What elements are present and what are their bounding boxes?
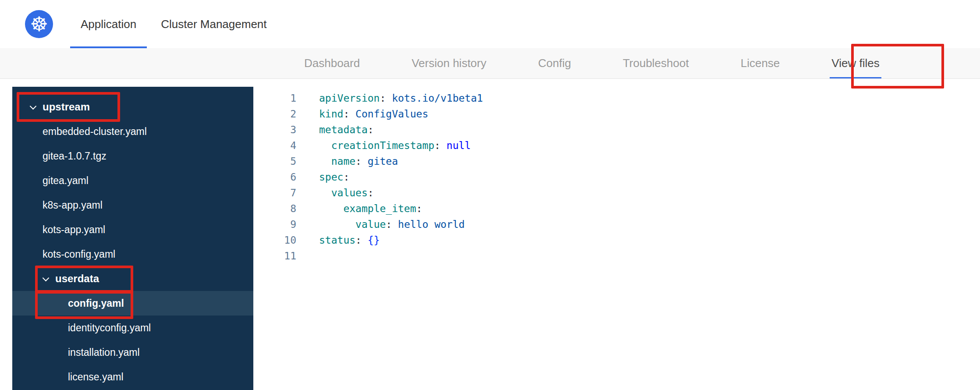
tab-view-files[interactable]: View files [830,48,881,78]
tab-cluster-management[interactable]: Cluster Management [150,0,277,48]
file-k8s-app-yaml[interactable]: k8s-app.yaml [12,193,253,217]
tab-config[interactable]: Config [536,48,573,78]
code-line: status: {} [319,232,483,248]
file-label: k8s-app.yaml [43,199,103,211]
file-label: identityconfig.yaml [68,322,151,334]
line-number: 6 [263,169,296,185]
code-line: creationTimestamp: null [319,138,483,153]
file-config-yaml[interactable]: config.yaml [12,291,253,316]
tab-application[interactable]: Application [70,0,147,48]
line-number: 8 [263,201,296,216]
tab-troubleshoot[interactable]: Troubleshoot [621,48,691,78]
code-line: apiVersion: kots.io/v1beta1 [319,90,483,106]
file-label: kots-app.yaml [43,224,105,236]
file-identityconfig-yaml[interactable]: identityconfig.yaml [12,316,253,340]
file-label: license.yaml [68,371,124,383]
code-line [319,248,483,264]
file-label: gitea.yaml [43,175,89,187]
folder-label: upstream [43,101,90,113]
kubernetes-logo-icon[interactable]: ☸ [25,10,53,38]
file-tree-panel: upstream embedded-cluster.yaml gitea-1.0… [12,87,253,390]
tab-dashboard[interactable]: Dashboard [302,48,362,78]
chevron-down-icon [43,276,49,282]
file-kots-config-yaml[interactable]: kots-config.yaml [12,242,253,266]
line-number: 7 [263,185,296,201]
code-line: values: [319,185,483,201]
file-license-yaml[interactable]: license.yaml [12,365,253,389]
line-number: 1 [263,90,296,106]
app-subnav: Dashboard Version history Config Trouble… [0,48,980,79]
line-number: 10 [263,232,296,248]
code-line: value: hello world [319,216,483,232]
code-line: name: gitea [319,153,483,169]
editor-gutter: 1234567891011 [263,90,296,390]
chevron-down-icon [30,104,36,110]
tab-version-history[interactable]: Version history [410,48,488,78]
file-kots-app-yaml[interactable]: kots-app.yaml [12,217,253,242]
line-number: 11 [263,248,296,264]
folder-userdata[interactable]: userdata [12,266,253,291]
folder-label: userdata [55,273,99,285]
file-gitea-tgz[interactable]: gitea-1.0.7.tgz [12,144,253,168]
file-viewer-editor[interactable]: 1234567891011 apiVersion: kots.io/v1beta… [263,87,980,390]
code-line: spec: [319,169,483,185]
code-line: kind: ConfigValues [319,106,483,122]
header-tabs: Application Cluster Management [70,0,277,48]
line-number: 5 [263,153,296,169]
editor-code: apiVersion: kots.io/v1beta1kind: ConfigV… [319,90,483,390]
line-number: 2 [263,106,296,122]
file-label: kots-config.yaml [43,248,115,260]
file-installation-yaml[interactable]: installation.yaml [12,340,253,365]
code-line: metadata: [319,122,483,138]
line-number: 4 [263,138,296,153]
top-bar: ☸ Application Cluster Management [0,0,980,48]
file-label: embedded-cluster.yaml [43,126,147,138]
line-number: 9 [263,216,296,232]
file-embedded-cluster-yaml[interactable]: embedded-cluster.yaml [12,119,253,144]
file-gitea-yaml[interactable]: gitea.yaml [12,168,253,193]
code-line: example_item: [319,201,483,216]
folder-upstream[interactable]: upstream [12,95,253,119]
line-number: 3 [263,122,296,138]
file-label: installation.yaml [68,347,140,358]
tab-license[interactable]: License [739,48,782,78]
file-label: gitea-1.0.7.tgz [43,150,107,162]
file-label: config.yaml [68,298,124,309]
